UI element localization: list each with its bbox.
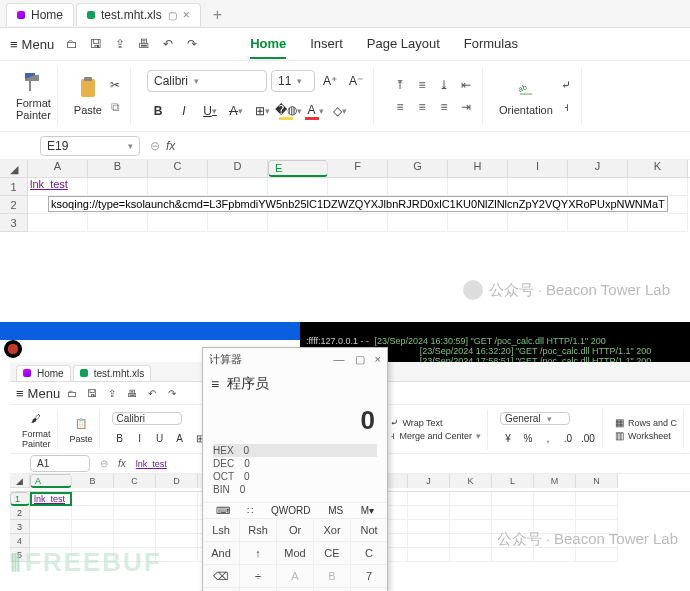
col-D[interactable]: D — [208, 160, 268, 177]
number-format-select[interactable]: General▾ — [500, 412, 570, 425]
col-E[interactable]: E — [268, 160, 328, 177]
col-J[interactable]: J — [568, 160, 628, 177]
key-7[interactable]: 7 — [351, 565, 387, 587]
ribbon-tab-pagelayout[interactable]: Page Layout — [367, 30, 440, 59]
copy-icon[interactable]: ⧉ — [106, 98, 124, 116]
format-painter-icon[interactable]: 🖌 — [27, 409, 45, 427]
merge-center-button[interactable]: ⫞Merge and Center▾ — [390, 430, 481, 441]
key-lsh[interactable]: Lsh — [203, 519, 239, 541]
increase-font-icon[interactable]: A⁺ — [319, 70, 341, 92]
hamburger-icon[interactable]: ≡ — [211, 376, 219, 392]
qword-button[interactable]: QWORD — [271, 505, 310, 516]
key-up[interactable]: ↑ — [240, 542, 276, 564]
cell-A1[interactable]: lnk_test — [28, 178, 88, 196]
open-icon[interactable]: 🗀 — [66, 388, 78, 399]
align-left[interactable]: ≡ — [390, 97, 410, 117]
cancel-fx-icon[interactable]: ⊖ — [150, 139, 160, 153]
undo-icon[interactable]: ↶ — [160, 37, 176, 51]
align-right[interactable]: ≡ — [434, 97, 454, 117]
print-icon[interactable]: 🖶 — [136, 37, 152, 51]
redo-icon[interactable]: ↷ — [166, 388, 178, 399]
strike-button[interactable]: A▾ — [225, 100, 247, 122]
base-bin[interactable]: BIN0 — [213, 483, 377, 496]
mini-tab-file[interactable]: test.mht.xls — [73, 365, 152, 381]
clear-format-button[interactable]: ◇▾ — [329, 100, 351, 122]
indent-inc[interactable]: ⇥ — [456, 97, 476, 117]
font-size-select[interactable]: 11 ▾ — [271, 70, 315, 92]
col-C[interactable]: C — [148, 160, 208, 177]
align-center[interactable]: ≡ — [412, 97, 432, 117]
ribbon-tab-home[interactable]: Home — [250, 30, 286, 59]
save-icon[interactable]: 🖫 — [86, 388, 98, 399]
font-color-button[interactable]: A▾ — [303, 100, 325, 122]
key-back[interactable]: ⌫ — [203, 565, 239, 587]
strike-button[interactable]: A — [172, 430, 188, 446]
export-icon[interactable]: ⇪ — [112, 37, 128, 51]
base-hex[interactable]: HEX0 — [213, 444, 377, 457]
align-top[interactable]: ⤒ — [390, 75, 410, 95]
save-icon[interactable]: 🖫 — [88, 37, 104, 51]
decrease-font-icon[interactable]: A⁻ — [345, 70, 367, 92]
name-box[interactable]: E19 ▾ — [40, 136, 140, 156]
redo-icon[interactable]: ↷ — [184, 37, 200, 51]
minimize-icon[interactable]: — — [334, 353, 345, 366]
key-ce[interactable]: CE — [314, 542, 350, 564]
wrap-text-button[interactable]: ⤶Wrap Text — [390, 417, 442, 428]
tab-home[interactable]: Home — [6, 3, 74, 26]
format-painter-icon[interactable] — [21, 71, 45, 95]
export-icon[interactable]: ⇪ — [106, 388, 118, 399]
merge-icon[interactable]: ⫞ — [557, 98, 575, 116]
key-xor[interactable]: Xor — [314, 519, 350, 541]
row-3[interactable]: 3 — [0, 214, 28, 232]
key-not[interactable]: Not — [351, 519, 387, 541]
key-b[interactable]: B — [314, 565, 350, 587]
row-2[interactable]: 2 — [0, 196, 28, 214]
paste-icon[interactable]: 📋 — [72, 414, 90, 432]
open-icon[interactable]: 🗀 — [64, 37, 80, 51]
select-all-corner[interactable]: ◢ — [0, 160, 28, 178]
calc-titlebar[interactable]: 计算器 — ▢ × — [203, 348, 387, 371]
percent-icon[interactable]: % — [520, 430, 536, 446]
bits-icon[interactable]: ∷ — [247, 505, 253, 516]
spreadsheet-grid[interactable]: ◢ A B C D E F G H I J K 1 lnk_test 2 3 — [0, 160, 690, 232]
bold-button[interactable]: B — [147, 100, 169, 122]
font-name-select[interactable]: Calibri ▾ — [147, 70, 267, 92]
key-a[interactable]: A — [277, 565, 313, 587]
align-bottom[interactable]: ⤓ — [434, 75, 454, 95]
italic-button[interactable]: I — [132, 430, 148, 446]
cut-icon[interactable]: ✂ — [106, 76, 124, 94]
undo-icon[interactable]: ↶ — [146, 388, 158, 399]
wrap-icon[interactable]: ⤶ — [557, 76, 575, 94]
mini-font-select[interactable]: Calibri — [112, 412, 182, 425]
col-G[interactable]: G — [388, 160, 448, 177]
underline-button[interactable]: U — [152, 430, 168, 446]
col-F[interactable]: F — [328, 160, 388, 177]
base-dec[interactable]: DEC0 — [213, 457, 377, 470]
mini-name-box[interactable]: A1 — [30, 455, 90, 472]
underline-button[interactable]: U▾ — [199, 100, 221, 122]
col-I[interactable]: I — [508, 160, 568, 177]
dec-inc-icon[interactable]: .0 — [560, 430, 576, 446]
cancel-fx-icon[interactable]: ⊖ — [100, 458, 108, 469]
print-icon[interactable]: 🖶 — [126, 388, 138, 399]
col-K[interactable]: K — [628, 160, 688, 177]
cell[interactable] — [88, 178, 148, 196]
calculator-window[interactable]: 计算器 — ▢ × ≡ 程序员 0 HEX0 DEC0 OCT0 BIN0 ⌨ … — [202, 347, 388, 591]
close-icon[interactable]: × — [183, 8, 190, 22]
base-oct[interactable]: OCT0 — [213, 470, 377, 483]
italic-button[interactable]: I — [173, 100, 195, 122]
bold-button[interactable]: B — [112, 430, 128, 446]
keypad-icon[interactable]: ⌨ — [216, 505, 230, 516]
mini-menu-button[interactable]: ≡ Menu — [16, 386, 60, 401]
key-c[interactable]: C — [351, 542, 387, 564]
key-rsh[interactable]: Rsh — [240, 519, 276, 541]
fill-color-button[interactable]: �◍▾ — [277, 100, 299, 122]
currency-icon[interactable]: ¥ — [500, 430, 516, 446]
key-mod[interactable]: Mod — [277, 542, 313, 564]
worksheet-button[interactable]: ▥Worksheet — [615, 430, 671, 441]
ribbon-tab-insert[interactable]: Insert — [310, 30, 343, 59]
mini-tab-home[interactable]: Home — [16, 365, 71, 381]
mini-cell-A1[interactable]: lnk_test — [30, 492, 72, 506]
rows-cols-button[interactable]: ▦Rows and C — [615, 417, 677, 428]
new-tab-button[interactable]: + — [203, 6, 232, 24]
